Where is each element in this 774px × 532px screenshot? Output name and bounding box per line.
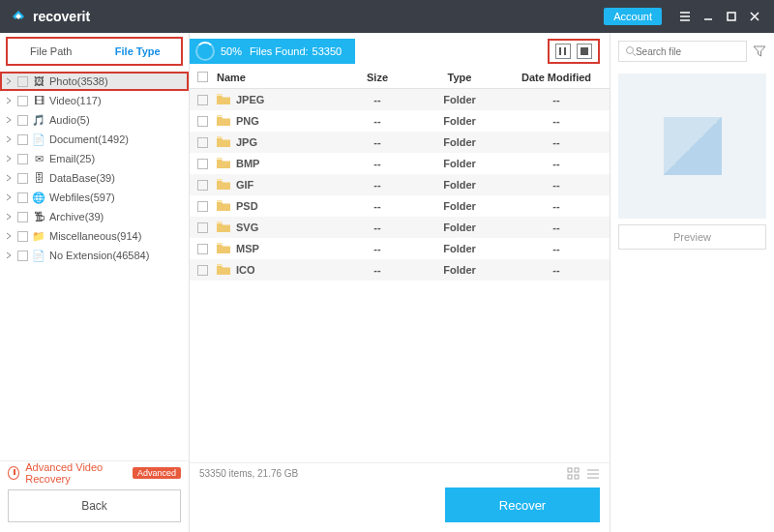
col-type[interactable]: Type xyxy=(416,72,503,83)
status-text: 53350 items, 21.76 GB xyxy=(199,468,298,479)
filter-icon[interactable] xyxy=(753,44,766,58)
expand-icon[interactable] xyxy=(4,192,14,202)
folder-icon xyxy=(217,115,230,127)
menu-icon[interactable] xyxy=(675,7,695,26)
tree-item[interactable]: ✉Email(25) xyxy=(0,149,189,168)
table-row[interactable]: MSP--Folder-- xyxy=(190,238,610,259)
tree-item[interactable]: 🖼Photo(3538) xyxy=(0,72,189,91)
tree-item[interactable]: 📄No Extension(46584) xyxy=(0,246,189,265)
tab-file-type[interactable]: File Type xyxy=(95,39,182,64)
tree-item[interactable]: 📄Document(1492) xyxy=(0,130,189,149)
folder-icon xyxy=(217,243,230,254)
table-row[interactable]: JPEG--Folder-- xyxy=(190,89,610,110)
files-found-count: 53350 xyxy=(313,45,342,57)
tree-checkbox[interactable] xyxy=(17,231,28,242)
category-icon: 🎵 xyxy=(32,113,45,127)
category-icon: 🗄 xyxy=(32,171,45,185)
file-type: Folder xyxy=(416,264,503,276)
tree-checkbox[interactable] xyxy=(17,173,28,184)
row-checkbox[interactable] xyxy=(197,222,208,233)
table-row[interactable]: SVG--Folder-- xyxy=(190,217,610,238)
recover-button[interactable]: Recover xyxy=(445,488,600,522)
row-checkbox[interactable] xyxy=(197,244,208,254)
pause-button[interactable] xyxy=(555,44,571,59)
expand-icon[interactable] xyxy=(4,154,14,163)
back-button[interactable]: Back xyxy=(8,489,181,522)
folder-icon xyxy=(217,94,230,105)
table-row[interactable]: PNG--Folder-- xyxy=(190,110,610,132)
expand-icon[interactable] xyxy=(4,173,14,183)
search-icon xyxy=(625,45,636,57)
category-icon: 🌐 xyxy=(32,191,45,204)
tree-checkbox[interactable] xyxy=(17,154,28,164)
table-row[interactable]: JPG--Folder-- xyxy=(190,132,610,153)
file-size: -- xyxy=(339,179,416,191)
folder-icon xyxy=(217,158,230,169)
tree-checkbox[interactable] xyxy=(17,76,28,87)
expand-icon[interactable] xyxy=(4,134,14,144)
row-checkbox[interactable] xyxy=(197,137,208,148)
tree-label: DataBase(39) xyxy=(49,172,115,184)
close-icon[interactable] xyxy=(745,7,764,26)
tree-label: Miscellaneous(914) xyxy=(49,230,141,242)
expand-icon[interactable] xyxy=(4,76,14,86)
expand-icon[interactable] xyxy=(4,212,14,222)
tree-label: Audio(5) xyxy=(49,114,90,126)
col-date[interactable]: Date Modified xyxy=(503,72,610,83)
table-row[interactable]: BMP--Folder-- xyxy=(190,153,610,174)
file-size: -- xyxy=(339,243,416,254)
svg-rect-5 xyxy=(575,475,579,479)
tree-item[interactable]: 🗜Archive(39) xyxy=(0,207,189,226)
file-date: -- xyxy=(503,115,610,127)
file-name: BMP xyxy=(236,158,259,169)
tab-file-path[interactable]: File Path xyxy=(8,39,95,64)
tree-checkbox[interactable] xyxy=(17,134,28,145)
table-row[interactable]: ICO--Folder-- xyxy=(190,259,610,281)
advanced-recovery[interactable]: Advanced Video Recovery Advanced xyxy=(0,460,189,484)
col-name[interactable]: Name xyxy=(217,72,339,83)
row-checkbox[interactable] xyxy=(197,201,208,212)
row-checkbox[interactable] xyxy=(197,95,208,105)
tree-item[interactable]: 🗄DataBase(39) xyxy=(0,168,189,188)
stop-button[interactable] xyxy=(577,44,592,59)
expand-icon[interactable] xyxy=(4,96,14,105)
grid-view-icon[interactable] xyxy=(567,467,580,481)
row-checkbox[interactable] xyxy=(197,265,208,276)
col-size[interactable]: Size xyxy=(339,72,416,83)
search-input[interactable] xyxy=(636,46,740,57)
expand-icon[interactable] xyxy=(4,231,14,241)
file-size: -- xyxy=(339,200,416,212)
tree-item[interactable]: 🌐Webfiles(597) xyxy=(0,188,189,207)
tree-item[interactable]: 📁Miscellaneous(914) xyxy=(0,226,189,246)
expand-icon[interactable] xyxy=(4,115,14,125)
tree-item[interactable]: 🎞Video(117) xyxy=(0,91,189,110)
preview-button[interactable]: Preview xyxy=(618,224,766,250)
file-type: Folder xyxy=(416,222,503,233)
row-checkbox[interactable] xyxy=(197,159,208,169)
select-all-checkbox[interactable] xyxy=(197,72,208,82)
account-button[interactable]: Account xyxy=(604,8,662,25)
expand-icon[interactable] xyxy=(4,251,14,260)
search-box[interactable] xyxy=(618,41,747,62)
tree-checkbox[interactable] xyxy=(17,212,28,222)
category-icon: ✉ xyxy=(32,152,45,165)
tree-checkbox[interactable] xyxy=(17,192,28,203)
tree-checkbox[interactable] xyxy=(17,251,28,261)
file-name: JPEG xyxy=(236,94,264,105)
sidebar-tabs: File Path File Type xyxy=(6,37,183,66)
list-view-icon[interactable] xyxy=(586,467,600,481)
table-row[interactable]: GIF--Folder-- xyxy=(190,174,610,195)
category-icon: 📄 xyxy=(32,133,45,146)
file-date: -- xyxy=(503,94,610,105)
scan-progress: 50% Files Found: 53350 xyxy=(190,39,355,64)
tree-checkbox[interactable] xyxy=(17,115,28,126)
file-type: Folder xyxy=(416,158,503,169)
sidebar: File Path File Type 🖼Photo(3538)🎞Video(1… xyxy=(0,33,190,532)
minimize-icon[interactable] xyxy=(699,7,718,26)
maximize-icon[interactable] xyxy=(722,7,741,26)
row-checkbox[interactable] xyxy=(197,180,208,191)
table-row[interactable]: PSD--Folder-- xyxy=(190,195,610,217)
tree-checkbox[interactable] xyxy=(17,96,28,106)
tree-item[interactable]: 🎵Audio(5) xyxy=(0,110,189,130)
row-checkbox[interactable] xyxy=(197,116,208,127)
